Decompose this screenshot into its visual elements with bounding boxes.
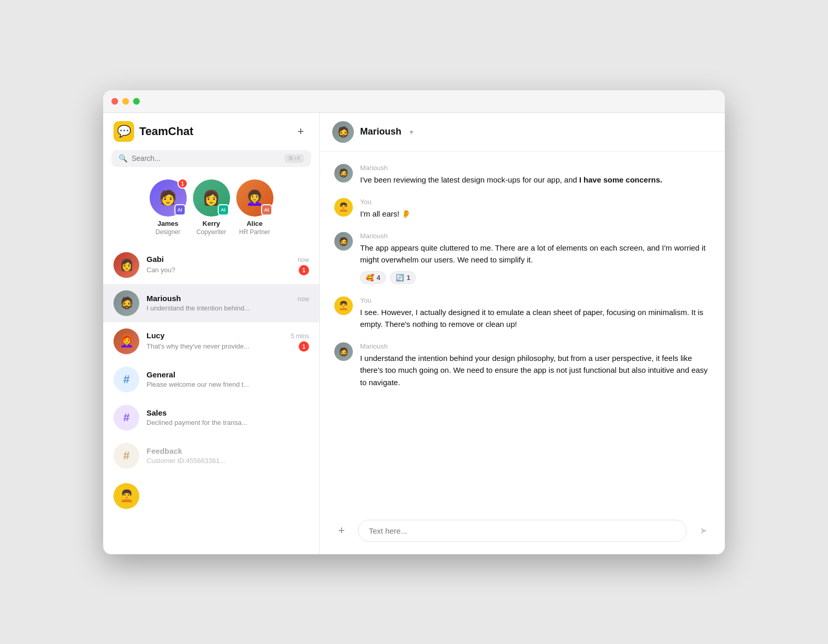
- ai-contacts-row: 🧑 1 AI James Designer 👩 AI Kerry Copywri…: [103, 175, 319, 246]
- chat-item-general[interactable]: # General Please welcome our new friend …: [103, 360, 319, 399]
- app-title: TeamChat: [139, 125, 193, 138]
- lucy-avatar: 👩‍🦰: [113, 328, 139, 354]
- search-shortcut: ⌘+K: [285, 154, 304, 163]
- maximize-button[interactable]: [133, 98, 140, 105]
- active-chat-avatar: 🧔: [332, 121, 354, 143]
- ai-contact-james[interactable]: 🧑 1 AI James Designer: [150, 179, 187, 236]
- input-area: + ➤: [320, 511, 725, 554]
- james-ai-badge: AI: [174, 204, 186, 216]
- chat-item-marioush[interactable]: 🧔 Marioush now I understand the intentio…: [103, 284, 319, 322]
- active-chat-name: Marioush: [360, 126, 401, 137]
- search-bar[interactable]: 🔍 ⌘+K: [111, 150, 311, 167]
- alice-role: HR Partner: [239, 228, 270, 236]
- lucy-preview: That's why they've never provide...: [147, 342, 249, 350]
- general-info: General Please welcome our new friend t.…: [147, 370, 309, 388]
- sales-bottom: Declined payment for the transa...: [147, 419, 309, 426]
- search-icon: 🔍: [119, 154, 127, 162]
- alice-name: Alice: [247, 220, 263, 227]
- msg3-avatar: 🧔: [334, 232, 353, 251]
- msg5-sender: Marioush: [360, 342, 710, 350]
- alice-ai-badge: AI: [261, 204, 272, 216]
- msg3-text: The app appears quite cluttered to me. T…: [360, 242, 710, 266]
- marioush-info: Marioush now I understand the intention …: [147, 294, 309, 312]
- send-icon: ➤: [700, 525, 707, 536]
- reaction-hug[interactable]: 🥰 4: [360, 271, 386, 284]
- send-button[interactable]: ➤: [694, 521, 712, 540]
- lucy-top: Lucy 5 mins: [147, 331, 309, 340]
- msg4-avatar: 🧑‍🦱: [334, 296, 353, 315]
- msg4-sender: You: [360, 296, 710, 304]
- feedback-info: Feedback Customer ID:455663361...: [147, 447, 309, 465]
- gabi-unread: 1: [299, 265, 309, 275]
- lucy-time: 5 mins: [291, 333, 309, 340]
- sidebar-header: 💬 TeamChat +: [103, 113, 319, 150]
- sales-avatar: #: [113, 405, 139, 431]
- feedback-avatar: #: [113, 443, 139, 469]
- general-avatar: #: [113, 367, 139, 392]
- app-body: 💬 TeamChat + 🔍 ⌘+K 🧑 1 AI: [103, 113, 725, 554]
- chat-item-feedback[interactable]: # Feedback Customer ID:455663361...: [103, 437, 319, 475]
- james-role: Designer: [155, 228, 180, 236]
- kerry-ai-badge: AI: [218, 204, 229, 216]
- message-block-2: 🧑‍🦱 You I'm all ears! 👂: [334, 198, 710, 220]
- reaction-hug-emoji: 🥰: [366, 274, 374, 282]
- feedback-top: Feedback: [147, 447, 309, 455]
- james-name: James: [157, 220, 178, 227]
- msg1-text: I've been reviewing the latest design mo…: [360, 174, 710, 186]
- gabi-bottom: Can you? 1: [147, 265, 309, 275]
- message-input[interactable]: [358, 520, 687, 542]
- ai-contact-alice[interactable]: 👩‍🦱 AI Alice HR Partner: [236, 179, 273, 236]
- marioush-avatar: 🧔: [113, 290, 139, 316]
- msg3-content: Marioush The app appears quite cluttered…: [360, 232, 710, 284]
- message-block-4: 🧑‍🦱 You I see. However, I actually desig…: [334, 296, 710, 331]
- gabi-name: Gabi: [147, 255, 164, 263]
- msg3-reactions: 🥰 4 🔄 1: [360, 271, 710, 284]
- chat-item-lucy[interactable]: 👩‍🦰 Lucy 5 mins That's why they've never…: [103, 322, 319, 360]
- gabi-preview: Can you?: [147, 266, 175, 274]
- chevron-down-icon[interactable]: ▾: [410, 128, 413, 136]
- general-top: General: [147, 370, 309, 379]
- chat-item-bottom-user[interactable]: 🧑‍🦱: [103, 475, 319, 515]
- attachment-button[interactable]: +: [332, 521, 351, 540]
- marioush-preview: I understand the intention behind...: [147, 304, 250, 312]
- chat-header: 🧔 Marioush ▾: [320, 113, 725, 152]
- james-notification-badge: 1: [177, 178, 188, 189]
- reaction-hug-count: 4: [377, 274, 380, 282]
- search-input[interactable]: [132, 154, 281, 162]
- chat-list: 👩 Gabi now Can you? 1 🧔: [103, 246, 319, 554]
- gabi-avatar: 👩: [113, 252, 139, 278]
- reaction-recycle[interactable]: 🔄 1: [390, 271, 416, 284]
- marioush-top: Marioush now: [147, 294, 309, 303]
- kerry-avatar-wrapper: 👩 AI: [193, 179, 230, 217]
- sidebar: 💬 TeamChat + 🔍 ⌘+K 🧑 1 AI: [103, 113, 320, 554]
- close-button[interactable]: [111, 98, 118, 105]
- titlebar: [103, 90, 725, 113]
- reaction-recycle-emoji: 🔄: [396, 274, 404, 282]
- chat-item-gabi[interactable]: 👩 Gabi now Can you? 1: [103, 246, 319, 284]
- msg1-sender: Marioush: [360, 164, 710, 172]
- minimize-button[interactable]: [122, 98, 129, 105]
- msg2-avatar: 🧑‍🦱: [334, 198, 353, 217]
- kerry-role: Copywriter: [197, 228, 226, 236]
- feedback-name: Feedback: [147, 447, 182, 455]
- feedback-bottom: Customer ID:455663361...: [147, 457, 309, 465]
- msg1-avatar: 🧔: [334, 164, 353, 183]
- reaction-recycle-count: 1: [407, 274, 410, 282]
- kerry-name: Kerry: [203, 220, 220, 227]
- feedback-preview: Customer ID:455663361...: [147, 457, 225, 465]
- add-button[interactable]: +: [293, 123, 309, 140]
- logo-area: 💬 TeamChat: [113, 121, 193, 142]
- james-avatar-wrapper: 🧑 1 AI: [150, 179, 187, 217]
- chat-item-sales[interactable]: # Sales Declined payment for the transa.…: [103, 399, 319, 437]
- marioush-name: Marioush: [147, 294, 181, 303]
- window-controls: [111, 98, 140, 105]
- msg2-sender: You: [360, 198, 710, 206]
- messages-area: 🧔 Marioush I've been reviewing the lates…: [320, 152, 725, 511]
- lucy-name: Lucy: [147, 331, 165, 340]
- sales-name: Sales: [147, 408, 167, 417]
- msg2-content: You I'm all ears! 👂: [360, 198, 710, 220]
- general-preview: Please welcome our new friend t...: [147, 381, 249, 388]
- ai-contact-kerry[interactable]: 👩 AI Kerry Copywriter: [193, 179, 230, 236]
- marioush-time: now: [298, 295, 309, 303]
- gabi-info: Gabi now Can you? 1: [147, 255, 309, 275]
